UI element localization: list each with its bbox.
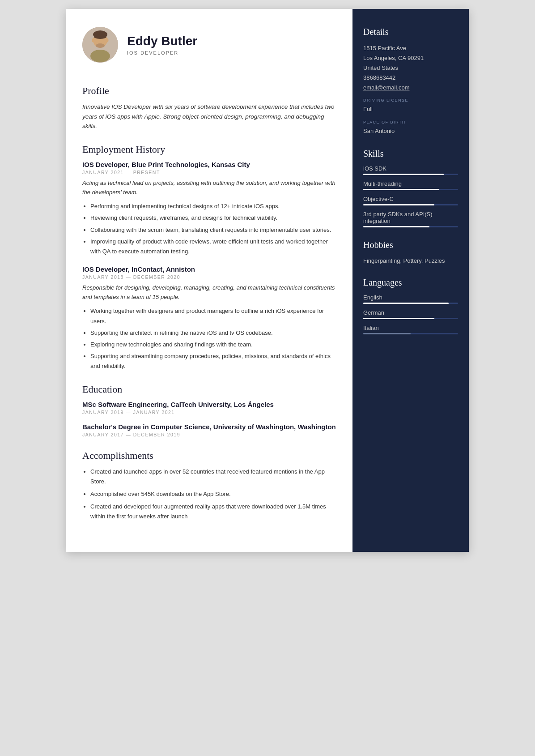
list-item: Created and launched apps in over 52 cou… (90, 467, 336, 487)
place-of-birth-label: PLACE OF BIRTH (363, 120, 458, 124)
edu-2-date: JANUARY 2017 — DECEMBER 2019 (82, 432, 336, 437)
resume-container: Eddy Butler IOS DEVELOPER Profile Innova… (66, 9, 469, 552)
hobbies-section: Hobbies Fingerpainting, Pottery, Puzzles (363, 240, 458, 265)
skill-name-3: Objective-C (363, 196, 458, 202)
list-item: Created and developed four augmented rea… (90, 502, 336, 521)
skill-name-4: 3rd party SDKs and API(S) integration (363, 211, 458, 224)
lang-name-2: German (363, 309, 458, 316)
driving-license-value: Full (363, 104, 458, 114)
lang-bar-bg-1 (363, 303, 458, 304)
skill-name-2: Multi-threading (363, 180, 458, 187)
job-2-date: JANUARY 2018 — DECEMBER 2020 (82, 274, 336, 280)
edu-1: MSc Software Engineering, CalTech Univer… (82, 401, 336, 415)
education-section: Education MSc Software Engineering, CalT… (82, 384, 336, 437)
education-title: Education (82, 384, 336, 395)
full-name: Eddy Butler (127, 34, 197, 48)
header: Eddy Butler IOS DEVELOPER (82, 27, 336, 72)
employment-section: Employment History IOS Developer, Blue P… (82, 144, 336, 371)
skills-title: Skills (363, 149, 458, 159)
profile-section: Profile Innovative IOS Developer with si… (82, 85, 336, 131)
avatar (82, 27, 118, 63)
skill-bar-bg-2 (363, 189, 458, 190)
svg-point-1 (90, 50, 110, 62)
profile-text: Innovative IOS Developer with six years … (82, 102, 336, 131)
skill-bar-bg-1 (363, 174, 458, 175)
list-item: Accomplished over 545K downloads on the … (90, 489, 336, 499)
job-1-title: IOS Developer, Blue Print Technologies, … (82, 161, 336, 168)
job-1-list: Performing and implementing technical de… (82, 201, 336, 256)
lang-bar-fill-1 (363, 303, 449, 304)
skill-bar-fill-1 (363, 174, 444, 175)
skill-bar-fill-3 (363, 204, 434, 205)
list-item: Supporting and streamlining company proc… (90, 351, 336, 371)
accomplishments-section: Accomplishments Created and launched app… (82, 450, 336, 521)
email: email@email.com (363, 83, 458, 93)
lang-item-3: Italian (363, 325, 458, 334)
job-title: IOS DEVELOPER (127, 50, 197, 56)
job-2-list: Working together with designers and prod… (82, 306, 336, 371)
skill-bar-bg-3 (363, 204, 458, 205)
lang-bar-fill-3 (363, 333, 411, 334)
svg-point-7 (96, 43, 105, 48)
driving-license-label: DRIVING LICENSE (363, 98, 458, 103)
skill-item-1: iOS SDK (363, 165, 458, 175)
lang-bar-bg-3 (363, 333, 458, 334)
skill-bar-fill-4 (363, 226, 429, 227)
skill-item-3: Objective-C (363, 196, 458, 205)
profile-title: Profile (82, 85, 336, 97)
job-1: IOS Developer, Blue Print Technologies, … (82, 161, 336, 256)
skills-section: Skills iOS SDK Multi-threading Objective… (363, 149, 458, 227)
lang-item-1: English (363, 294, 458, 304)
job-2-title: IOS Developer, InContact, Anniston (82, 265, 336, 273)
skill-bar-bg-4 (363, 226, 458, 227)
job-2: IOS Developer, InContact, Anniston JANUA… (82, 265, 336, 371)
list-item: Exploring new technologies and sharing f… (90, 340, 336, 350)
left-panel: Eddy Butler IOS DEVELOPER Profile Innova… (66, 9, 352, 552)
list-item: Improving quality of product with code r… (90, 237, 336, 256)
hobbies-text: Fingerpainting, Pottery, Puzzles (363, 256, 458, 265)
list-item: Reviewing client requests, wireframes, a… (90, 213, 336, 223)
place-of-birth-value: San Antonio (363, 126, 458, 136)
list-item: Collaborating with the scrum team, trans… (90, 225, 336, 235)
skill-bar-fill-2 (363, 189, 439, 190)
address1: 1515 Pacific Ave (363, 43, 458, 53)
edu-2: Bachelor's Degree in Computer Science, U… (82, 423, 336, 437)
accomplishments-list: Created and launched apps in over 52 cou… (82, 467, 336, 521)
job-1-date: JANUARY 2021 — PRESENT (82, 170, 336, 175)
lang-name-3: Italian (363, 325, 458, 331)
details-title: Details (363, 27, 458, 37)
skill-item-2: Multi-threading (363, 180, 458, 190)
lang-bar-fill-2 (363, 318, 434, 319)
header-info: Eddy Butler IOS DEVELOPER (127, 34, 197, 56)
phone: 3868683442 (363, 73, 458, 83)
country: United States (363, 63, 458, 73)
svg-point-5 (92, 38, 95, 43)
details-section: Details 1515 Pacific Ave Los Angeles, CA… (363, 27, 458, 136)
list-item: Working together with designers and prod… (90, 306, 336, 326)
languages-title: Languages (363, 278, 458, 288)
employment-title: Employment History (82, 144, 336, 155)
address2: Los Angeles, CA 90291 (363, 53, 458, 63)
job-2-desc: Responsible for designing, developing, m… (82, 283, 336, 302)
hobbies-title: Hobbies (363, 240, 458, 250)
svg-point-4 (94, 34, 106, 39)
list-item: Supporting the architect in refining the… (90, 328, 336, 338)
lang-name-1: English (363, 294, 458, 301)
edu-1-title: MSc Software Engineering, CalTech Univer… (82, 401, 336, 408)
lang-bar-bg-2 (363, 318, 458, 319)
lang-item-2: German (363, 309, 458, 319)
list-item: Performing and implementing technical de… (90, 201, 336, 211)
languages-section: Languages English German Italian (363, 278, 458, 334)
job-1-desc: Acting as technical lead on projects, as… (82, 179, 336, 197)
accomplishments-title: Accomplishments (82, 450, 336, 461)
skill-item-4: 3rd party SDKs and API(S) integration (363, 211, 458, 227)
svg-point-6 (106, 38, 109, 43)
skill-name-1: iOS SDK (363, 165, 458, 172)
edu-2-title: Bachelor's Degree in Computer Science, U… (82, 423, 336, 431)
right-panel: Details 1515 Pacific Ave Los Angeles, CA… (352, 9, 469, 552)
edu-1-date: JANUARY 2019 — JANUARY 2021 (82, 410, 336, 415)
details-content: 1515 Pacific Ave Los Angeles, CA 90291 U… (363, 43, 458, 93)
